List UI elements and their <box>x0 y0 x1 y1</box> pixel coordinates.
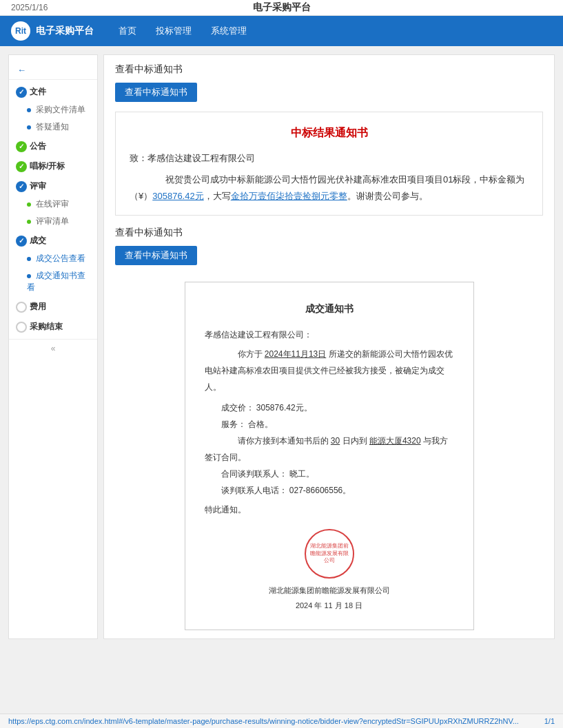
sidebar-section-file-title[interactable]: ✓ 文件 <box>9 83 97 101</box>
doc-body: 你方于 2024年11月13日 所递交的新能源公司大悟竹园农优电站补建高标准农田… <box>205 346 454 395</box>
stamp-image: 湖北能源集团前瞻能源发展有限公司 <box>305 529 354 579</box>
review-icon: ✓ <box>16 181 27 192</box>
sidebar-section-fee: 费用 <box>9 298 97 316</box>
doc-amount: 成交价： 305876.42元。 <box>221 399 454 416</box>
doc-note: 特此通知。 <box>205 501 454 518</box>
main-nav: 首页 投标管理 系统管理 <box>110 21 255 41</box>
doc-service: 服务： 合格。 <box>221 416 454 433</box>
contact-value: 晓工。 <box>289 469 314 479</box>
sidebar-toggle[interactable]: « <box>9 339 97 357</box>
sidebar-section-deal-title[interactable]: ✓ 成交 <box>9 231 97 250</box>
winning-notice-body: 祝贺贵公司成功中标新能源公司大悟竹园光伏补建高标准农田项目项目01标段，中标金额… <box>130 171 529 204</box>
doc-block: 成交通知书 孝感信达建设工程有限公司： 你方于 2024年11月13日 所递交的… <box>185 282 474 630</box>
section2-label: 查看中标通知书 <box>115 227 543 239</box>
service-label: 服务： <box>221 419 246 429</box>
nav-home[interactable]: 首页 <box>110 21 145 41</box>
doc-contact: 合同谈判联系人： 晓工。 <box>221 466 454 482</box>
section1-label: 查看中标通知书 <box>115 63 543 76</box>
sidebar-item-review-list[interactable]: 评审清单 <box>9 213 97 230</box>
doc-phone: 谈判联系人电话： 027-86606556。 <box>221 482 454 499</box>
dot-icon <box>27 257 31 261</box>
sidebar-section-bidopen-title[interactable]: ✓ 唱标/开标 <box>9 157 97 176</box>
section2: 查看中标通知书 查看中标通知书 成交通知书 孝感信达建设工程有限公司： 你方于 … <box>115 227 543 630</box>
notice-icon: ✓ <box>16 141 27 152</box>
phone-value: 027-86606556。 <box>289 486 351 495</box>
sidebar-back-btn[interactable]: ← <box>9 61 97 80</box>
sidebar-section-notice-title[interactable]: ✓ 公告 <box>9 137 97 156</box>
sidebar-section-end-title[interactable]: 采购结束 <box>9 318 97 336</box>
content-inner: 查看中标通知书 查看中标通知书 中标结果通知书 致：孝感信达建设工程有限公司 祝… <box>103 54 555 639</box>
fee-icon <box>16 302 27 313</box>
sidebar-section-end: 采购结束 <box>9 318 97 336</box>
phone-label: 谈判联系人电话： <box>221 486 287 495</box>
sidebar-section-bidopen: ✓ 唱标/开标 <box>9 157 97 176</box>
doc-inner: 成交通知书 孝感信达建设工程有限公司： 你方于 2024年11月13日 所递交的… <box>185 282 473 630</box>
sidebar-section-review: ✓ 评审 在线评审 评审清单 <box>9 177 97 230</box>
doc-date: 2024 年 11 月 18 日 <box>205 598 454 613</box>
amount-label: 成交价： <box>221 403 254 413</box>
dot-icon <box>27 274 31 278</box>
main-wrapper: ← ✓ 文件 采购文件清单 答疑通知 ✓ 公告 <box>0 46 563 647</box>
dot-icon <box>27 202 31 207</box>
sidebar-item-deal-letter[interactable]: 成交通知书查看 <box>9 267 97 296</box>
sidebar: ← ✓ 文件 采购文件清单 答疑通知 ✓ 公告 <box>8 54 98 639</box>
winning-notice-title: 中标结果通知书 <box>130 123 529 143</box>
sidebar-section-fee-title[interactable]: 费用 <box>9 298 97 316</box>
header-logo: Rit 电子采购平台 <box>11 21 94 41</box>
top-bar: 2025/1/16 电子采购平台 <box>0 0 563 16</box>
sidebar-item-procurement-list[interactable]: 采购文件清单 <box>9 101 97 118</box>
platform-title: 电子采购平台 <box>253 1 311 14</box>
doc-title: 成交通知书 <box>205 299 454 318</box>
doc-company: 湖北能源集团前瞻能源发展有限公司 <box>205 583 454 598</box>
winning-notice-to: 致：孝感信达建设工程有限公司 <box>130 150 529 166</box>
view-deal-notice-btn[interactable]: 查看中标通知书 <box>115 246 197 265</box>
content-area: 查看中标通知书 查看中标通知书 中标结果通知书 致：孝感信达建设工程有限公司 祝… <box>103 54 555 639</box>
dot-icon <box>27 220 31 224</box>
winning-amount-big-link[interactable]: 金拾万壹佰柒拾壹捡捌元零整 <box>231 191 347 201</box>
file-icon: ✓ <box>16 87 27 98</box>
deal-icon: ✓ <box>16 236 27 247</box>
header-nav-bar: Rit 电子采购平台 首页 投标管理 系统管理 <box>0 16 563 46</box>
end-icon <box>16 322 27 333</box>
dot-icon <box>27 125 31 129</box>
sidebar-section-notice: ✓ 公告 <box>9 137 97 156</box>
amount-value: 305876.42元。 <box>256 403 312 413</box>
date-label: 2025/1/16 <box>11 3 48 12</box>
sidebar-section-file: ✓ 文件 采购文件清单 答疑通知 <box>9 83 97 136</box>
winning-amount-link[interactable]: 305876.42元 <box>152 191 203 201</box>
nav-bid-mgmt[interactable]: 投标管理 <box>147 21 200 41</box>
service-value: 合格。 <box>248 419 273 429</box>
sidebar-section-deal: ✓ 成交 成交公告查看 成交通知书查看 <box>9 231 97 296</box>
nav-system-mgmt[interactable]: 系统管理 <box>203 21 255 41</box>
sidebar-section-review-title[interactable]: ✓ 评审 <box>9 177 97 196</box>
doc-instruction: 请你方接到本通知书后的 30 日内到 能源大厦4320 与我方签订合同。 <box>205 433 454 466</box>
bidopen-icon: ✓ <box>16 161 27 172</box>
doc-stamp: 湖北能源集团前瞻能源发展有限公司 <box>205 529 454 579</box>
sidebar-item-online-review[interactable]: 在线评审 <box>9 196 97 213</box>
contact-label: 合同谈判联系人： <box>221 469 287 479</box>
logo-text: 电子采购平台 <box>36 25 94 37</box>
winning-notice-block: 中标结果通知书 致：孝感信达建设工程有限公司 祝贺贵公司成功中标新能源公司大悟竹… <box>115 112 543 216</box>
view-winning-notice-btn[interactable]: 查看中标通知书 <box>115 83 197 102</box>
doc-to: 孝感信达建设工程有限公司： <box>205 326 454 343</box>
sidebar-item-deal-notice[interactable]: 成交公告查看 <box>9 250 97 267</box>
sidebar-item-qna-notice[interactable]: 答疑通知 <box>9 118 97 136</box>
dot-icon <box>27 108 31 112</box>
logo-icon: Rit <box>11 21 30 41</box>
